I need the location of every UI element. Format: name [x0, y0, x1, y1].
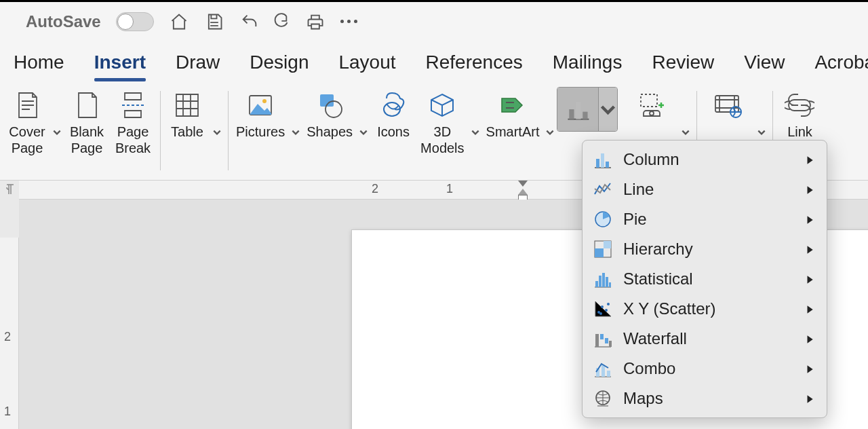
link-label: Link	[787, 124, 812, 140]
submenu-arrow-icon	[805, 389, 814, 408]
blank-page-label: Blank Page	[70, 124, 104, 156]
svg-rect-21	[602, 273, 605, 287]
tab-design[interactable]: Design	[250, 52, 309, 81]
submenu-arrow-icon	[805, 180, 814, 199]
svg-point-25	[601, 305, 604, 308]
svg-rect-34	[601, 365, 605, 377]
svg-rect-35	[607, 371, 610, 377]
3d-models-label: 3D Models	[420, 124, 464, 156]
cover-page-button[interactable]: Cover Page	[4, 87, 50, 159]
chart-dropdown-icon[interactable]	[598, 88, 617, 131]
menu-item-label: Statistical	[623, 269, 795, 288]
menu-item-scatter[interactable]: X Y (Scatter)	[583, 294, 827, 324]
menu-item-maps[interactable]: Maps	[583, 384, 827, 413]
smartart-button[interactable]: SmartArt	[482, 87, 544, 143]
menu-item-label: Waterfall	[623, 329, 795, 348]
svg-rect-14	[606, 162, 609, 168]
table-button[interactable]: Table	[164, 87, 210, 143]
menu-item-waterfall[interactable]: Waterfall	[583, 324, 827, 354]
page-break-button[interactable]: Page Break	[110, 87, 156, 159]
submenu-arrow-icon	[805, 269, 814, 288]
menu-item-label: Pie	[623, 210, 795, 229]
menu-item-label: X Y (Scatter)	[623, 299, 795, 318]
menu-item-combo[interactable]: Combo	[583, 354, 827, 384]
submenu-arrow-icon	[805, 359, 814, 378]
svg-point-1	[262, 99, 267, 103]
menu-item-statistical[interactable]: Statistical	[583, 264, 827, 294]
table-icon	[172, 90, 203, 121]
smartart-dropdown-icon[interactable]	[543, 115, 557, 149]
tab-mailings[interactable]: Mailings	[553, 52, 623, 81]
svg-rect-29	[595, 334, 599, 347]
svg-rect-7	[583, 112, 588, 119]
autosave-toggle[interactable]	[116, 12, 154, 31]
first-line-indent-icon[interactable]	[518, 181, 528, 187]
more-commands-icon[interactable]	[340, 20, 357, 23]
blank-page-button[interactable]: Blank Page	[64, 87, 110, 159]
home-icon[interactable]	[169, 12, 189, 32]
scatter-chart-icon	[592, 298, 614, 320]
screenshot-icon	[636, 90, 667, 121]
svg-point-26	[605, 309, 608, 312]
icons-button[interactable]: Icons	[370, 87, 416, 143]
tab-acrobat[interactable]: Acrobat	[814, 52, 868, 81]
menu-item-column[interactable]: Column	[583, 145, 827, 174]
tab-review[interactable]: Review	[652, 52, 714, 81]
tab-draw[interactable]: Draw	[176, 52, 220, 81]
svg-rect-5	[570, 109, 574, 119]
vertical-ruler[interactable]: 2 1	[0, 238, 19, 429]
quick-access-toolbar: AutoSave	[0, 0, 868, 41]
blank-page-icon	[71, 90, 102, 121]
pie-chart-icon	[592, 208, 614, 230]
online-video-icon	[712, 90, 743, 121]
cover-page-dropdown-icon[interactable]	[50, 115, 64, 149]
pictures-button[interactable]: Pictures	[232, 87, 289, 143]
cover-page-label: Cover Page	[9, 124, 45, 156]
svg-rect-17	[595, 248, 604, 257]
svg-rect-23	[609, 282, 611, 287]
shapes-dropdown-icon[interactable]	[357, 115, 370, 149]
shapes-button[interactable]: Shapes	[302, 87, 357, 143]
shapes-label: Shapes	[307, 124, 353, 140]
print-icon[interactable]	[305, 12, 326, 32]
svg-rect-19	[595, 281, 598, 287]
svg-point-27	[607, 303, 610, 305]
svg-rect-32	[609, 341, 612, 347]
undo-icon[interactable]	[239, 12, 260, 32]
link-button[interactable]: Link	[776, 87, 823, 143]
table-dropdown-icon[interactable]	[210, 115, 224, 149]
online-video-button[interactable]	[701, 87, 755, 124]
screenshot-button[interactable]	[625, 87, 679, 124]
autosave-label: AutoSave	[26, 12, 101, 31]
smartart-icon	[497, 90, 528, 121]
submenu-arrow-icon	[805, 150, 814, 169]
tab-view[interactable]: View	[744, 52, 785, 81]
3d-models-dropdown-icon[interactable]	[469, 115, 482, 149]
chart-icon[interactable]	[557, 88, 598, 131]
link-icon	[784, 90, 815, 121]
tab-insert[interactable]: Insert	[94, 52, 146, 81]
ruler-mark: 1	[4, 405, 11, 419]
tab-layout[interactable]: Layout	[338, 52, 395, 81]
redo-icon[interactable]	[270, 12, 290, 32]
menu-item-hierarchy[interactable]: Hierarchy	[583, 234, 827, 264]
menu-item-pie[interactable]: Pie	[583, 204, 827, 234]
3d-models-button[interactable]: 3D Models	[416, 87, 468, 159]
tab-home[interactable]: Home	[14, 52, 64, 81]
svg-rect-18	[604, 241, 611, 248]
hierarchy-chart-icon	[592, 238, 614, 260]
menu-item-line[interactable]: Line	[583, 174, 827, 204]
group-table: Table	[160, 81, 228, 180]
hanging-indent-icon[interactable]	[518, 189, 528, 195]
ruler-mark: 2	[4, 330, 11, 344]
tab-references[interactable]: References	[426, 52, 523, 81]
submenu-arrow-icon	[805, 210, 814, 229]
chart-split-button[interactable]	[557, 87, 618, 132]
svg-rect-31	[605, 338, 608, 343]
svg-rect-13	[601, 153, 604, 168]
save-icon[interactable]	[204, 12, 224, 32]
maps-chart-icon	[592, 388, 614, 409]
page-break-icon	[117, 90, 149, 121]
pictures-dropdown-icon[interactable]	[289, 115, 302, 149]
ruler-mark: 2	[372, 182, 378, 196]
